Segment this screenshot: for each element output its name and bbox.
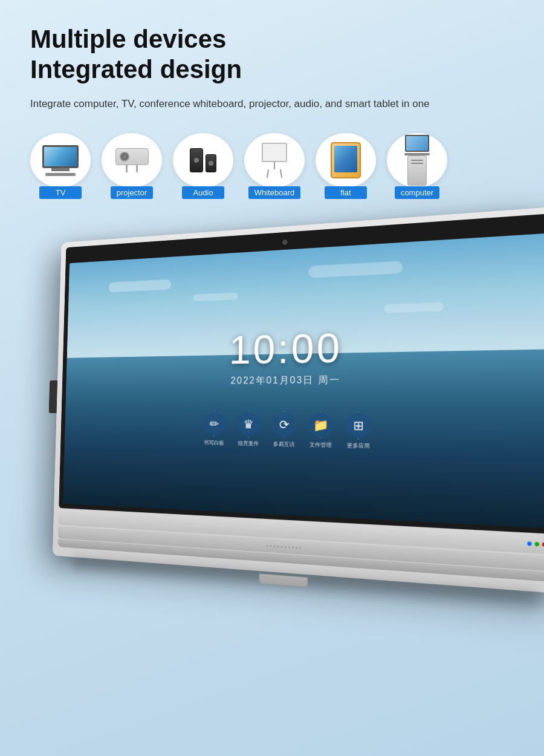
computer-tower — [407, 155, 427, 186]
whiteboard-icon-wrap — [244, 133, 305, 187]
speaker-dot-left — [194, 158, 199, 163]
grille-dot-9 — [295, 547, 297, 549]
wb-leg-left — [267, 169, 269, 178]
projector-icon — [115, 148, 149, 172]
device-item-whiteboard: Whiteboard — [244, 133, 305, 199]
wb-leg-right — [280, 169, 282, 178]
whiteboard-icon — [262, 143, 287, 178]
side-button[interactable] — [49, 380, 57, 413]
camera-dot — [282, 240, 287, 245]
app-icon-3: 📁 — [307, 412, 334, 439]
audio-icon — [190, 148, 216, 172]
screen-app-4[interactable]: ⊞ 更多应用 — [345, 412, 373, 451]
flat-screen — [334, 146, 357, 172]
grille-dot-7 — [288, 546, 290, 548]
wb-legs — [267, 169, 282, 178]
app-icon-0: ✏ — [201, 411, 227, 437]
grille-dot-8 — [291, 546, 293, 548]
screen-app-2[interactable]: ⟳ 多易互访 — [271, 411, 297, 449]
app-label-4: 更多应用 — [347, 442, 370, 451]
page-subtitle: Integrate computer, TV, conference white… — [30, 96, 514, 112]
flat-icon — [331, 142, 361, 178]
grille-dot-3 — [273, 545, 275, 547]
grille-dot-1 — [266, 545, 268, 547]
flat-icon-wrap — [316, 133, 376, 187]
projector-legs — [125, 165, 139, 172]
tv-icon — [42, 145, 79, 176]
board-outer: 10:00 2022年01月03日 周一 ✏ 书写白板 ♛ 炫亮复件 — [53, 206, 544, 595]
computer-monitor — [405, 135, 429, 152]
tv-screen — [42, 145, 79, 168]
grille-dot-5 — [280, 546, 282, 547]
page-title: Multiple devices Integrated design — [30, 24, 514, 85]
audio-label: Audio — [182, 186, 224, 199]
app-label-2: 多易互访 — [273, 440, 295, 449]
screen-app-0[interactable]: ✏ 书写白板 — [201, 411, 227, 447]
computer-label: computer — [395, 186, 439, 199]
screen-overlay: 10:00 2022年01月03日 周一 ✏ 书写白板 ♛ 炫亮复件 — [63, 233, 544, 529]
whiteboard-label: Whiteboard — [248, 186, 300, 199]
projector-label: projector — [111, 186, 154, 199]
device-item-projector: projector — [102, 133, 162, 199]
audio-icon-wrap — [173, 133, 233, 187]
devices-row: TV projector — [30, 133, 514, 199]
app-icon-1: ♛ — [236, 411, 262, 438]
comp-slot-2 — [411, 163, 423, 164]
projector-lens — [120, 152, 129, 161]
title-line2: Integrated design — [30, 55, 242, 83]
status-led-blue — [527, 542, 531, 546]
app-label-3: 文件管理 — [309, 441, 332, 449]
projector-body — [115, 148, 149, 165]
grille-dot-2 — [270, 545, 271, 547]
tv-icon-wrap — [30, 133, 91, 187]
app-icon-2: ⟳ — [271, 411, 297, 438]
device-item-computer: computer — [387, 133, 447, 199]
computer-icon-wrap — [387, 133, 447, 187]
device-item-flat: flat — [316, 133, 376, 199]
screen-apps-row: ✏ 书写白板 ♛ 炫亮复件 ⟳ 多易互访 — [201, 411, 372, 450]
screen-time: 10:00 — [228, 324, 342, 373]
app-label-1: 炫亮复件 — [238, 440, 259, 448]
board-bezel: 10:00 2022年01月03日 周一 ✏ 书写白板 ♛ 炫亮复件 — [59, 213, 544, 535]
speaker-grille — [266, 545, 300, 549]
status-led-green — [535, 542, 540, 546]
comp-slot-1 — [411, 160, 423, 161]
device-item-tv: TV — [30, 133, 91, 199]
grille-dot-6 — [284, 546, 286, 548]
board-screen[interactable]: 10:00 2022年01月03日 周一 ✏ 书写白板 ♛ 炫亮复件 — [63, 233, 544, 529]
grille-dot-10 — [299, 547, 301, 549]
wb-stand-top — [274, 162, 275, 169]
speaker-dot-right — [209, 161, 213, 166]
screen-app-1[interactable]: ♛ 炫亮复件 — [236, 411, 262, 448]
device-item-audio: Audio — [173, 133, 233, 199]
tv-stand — [45, 173, 76, 176]
projector-leg-left — [126, 165, 128, 172]
screen-date: 2022年01月03日 周一 — [230, 374, 340, 388]
wb-frame — [262, 143, 287, 162]
board-wrapper: 10:00 2022年01月03日 周一 ✏ 书写白板 ♛ 炫亮复件 — [53, 206, 544, 595]
speaker-right — [206, 154, 216, 172]
computer-icon — [404, 135, 430, 186]
title-line1: Multiple devices — [30, 25, 226, 53]
app-icon-4: ⊞ — [345, 412, 373, 440]
speaker-left — [190, 148, 203, 172]
tv-label: TV — [39, 186, 82, 199]
app-label-0: 书写白板 — [204, 439, 224, 447]
projector-leg-right — [136, 165, 138, 172]
grille-dot-4 — [277, 546, 279, 547]
projector-icon-wrap — [102, 133, 162, 187]
flat-label: flat — [325, 186, 367, 199]
board-container: 10:00 2022年01月03日 周一 ✏ 书写白板 ♛ 炫亮复件 — [30, 223, 538, 570]
screen-app-3[interactable]: 📁 文件管理 — [307, 412, 334, 450]
